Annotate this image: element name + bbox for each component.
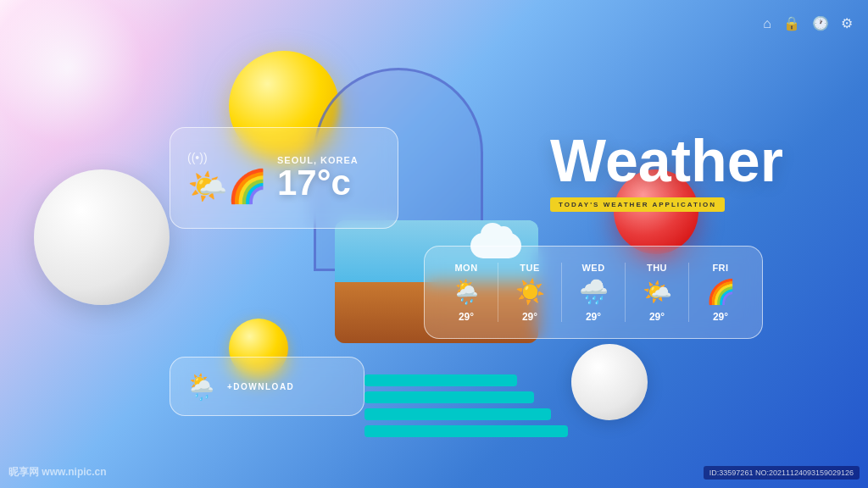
day-label-mon: MON <box>454 263 477 273</box>
lock-icon[interactable]: 🔒 <box>783 15 800 31</box>
step-3 <box>364 408 551 420</box>
day-icon-wed: 🌧️ <box>579 278 609 306</box>
clock-icon[interactable]: 🕐 <box>812 15 829 31</box>
day-icon-fri: 🌈 <box>706 278 736 306</box>
forecast-day-thu: THU 🌤️ 29° <box>629 263 685 323</box>
watermark: 昵享网 www.nipic.cn <box>8 465 107 480</box>
forecast-divider-2 <box>561 263 562 322</box>
day-icon-mon: 🌦️ <box>452 278 481 306</box>
download-label: +DOWNLOAD <box>227 382 294 391</box>
day-label-fri: FRI <box>712 263 728 273</box>
day-label-thu: THU <box>647 263 667 273</box>
settings-icon[interactable]: ⚙ <box>841 15 853 31</box>
day-temp-fri: 29° <box>713 311 728 323</box>
forecast-divider-4 <box>688 263 689 322</box>
weather-card-right: SEOUL, KOREA 17°c <box>277 155 359 201</box>
weather-card-left: ((•)) 🌤️🌈 <box>187 151 267 205</box>
day-icon-thu: 🌤️ <box>643 278 672 306</box>
decorative-ball-white-small <box>571 344 648 420</box>
download-card[interactable]: 🌦️ +DOWNLOAD <box>170 357 364 416</box>
top-nav: ⌂ 🔒 🕐 ⚙ <box>763 15 853 31</box>
forecast-day-tue: TUE ☀️ 29° <box>502 263 558 323</box>
step-4 <box>364 425 568 437</box>
forecast-day-fri: FRI 🌈 29° <box>693 263 748 323</box>
wifi-icon: ((•)) <box>187 151 267 164</box>
weather-title-area: Weather TODAY'S WEATHER APPLICATION <box>550 131 783 212</box>
decorative-ball-white-large <box>34 169 170 305</box>
step-1 <box>364 374 517 386</box>
temperature-display: 17°c <box>277 165 359 201</box>
app-subtitle-badge: TODAY'S WEATHER APPLICATION <box>550 197 725 212</box>
forecast-card: MON 🌦️ 29° TUE ☀️ 29° WED 🌧️ 29° THU 🌤️ … <box>424 246 763 339</box>
day-temp-tue: 29° <box>522 311 537 323</box>
app-title: Weather <box>550 131 783 191</box>
forecast-day-wed: WED 🌧️ 29° <box>565 263 621 323</box>
download-weather-icon: 🌦️ <box>186 372 217 402</box>
nipic-id: ID:33597261 NO:20211124093159029126 <box>704 466 860 480</box>
day-temp-wed: 29° <box>586 311 601 323</box>
weather-icon-emoji: 🌤️🌈 <box>187 168 267 205</box>
forecast-divider-3 <box>625 263 626 322</box>
day-label-tue: TUE <box>520 263 540 273</box>
day-label-wed: WED <box>581 263 604 273</box>
day-temp-mon: 29° <box>459 311 474 323</box>
forecast-day-mon: MON 🌦️ 29° <box>438 263 494 323</box>
watermark-logo: 昵享网 www.nipic.cn <box>8 466 107 478</box>
day-icon-tue: ☀️ <box>515 278 545 306</box>
teal-steps <box>364 374 568 437</box>
weather-card: ((•)) 🌤️🌈 SEOUL, KOREA 17°c <box>170 127 398 229</box>
day-temp-thu: 29° <box>649 311 665 323</box>
step-2 <box>364 391 534 403</box>
sky-cloud <box>470 233 521 258</box>
forecast-divider-1 <box>498 263 498 322</box>
home-icon[interactable]: ⌂ <box>763 16 771 31</box>
